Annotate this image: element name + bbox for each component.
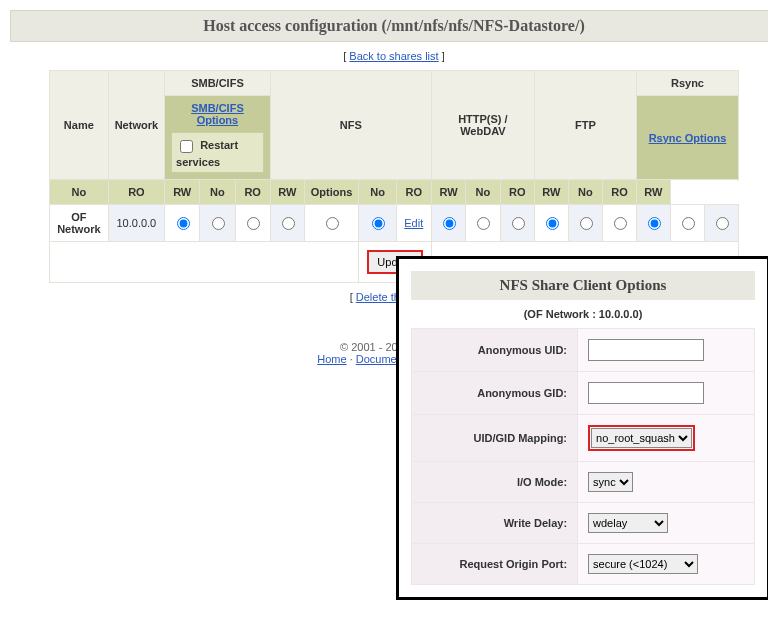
- http-ro: RO: [396, 180, 431, 205]
- radio-http-no[interactable]: [443, 217, 456, 230]
- smb-no: No: [50, 180, 109, 205]
- radio-smb-no[interactable]: [177, 217, 190, 230]
- smb-rw: RW: [165, 180, 200, 205]
- rsync-ro: RO: [602, 180, 636, 205]
- smb-options-cell: SMB/CIFS Options Restart services: [165, 96, 271, 180]
- nfs-options: Options: [304, 180, 359, 205]
- nfs-ro: RO: [235, 180, 270, 205]
- radio-http-ro[interactable]: [477, 217, 490, 230]
- row-network: 10.0.0.0: [108, 205, 164, 242]
- ftp-ro: RO: [500, 180, 534, 205]
- ftp-rw: RW: [534, 180, 568, 205]
- label-anon-gid: Anonymous GID:: [412, 372, 578, 376]
- rsync-no: No: [568, 180, 602, 205]
- access-table: Name Network SMB/CIFS NFS HTTP(S) / WebD…: [49, 70, 739, 283]
- smb-ro: RO: [108, 180, 164, 205]
- nfs-options-panel: NFS Share Client Options (OF Network : 1…: [396, 256, 768, 375]
- input-anon-uid[interactable]: [588, 339, 704, 361]
- label-anon-uid: Anonymous UID:: [412, 329, 578, 372]
- radio-smb-ro[interactable]: [212, 217, 225, 230]
- col-rsync: Rsync: [636, 71, 738, 96]
- back-link[interactable]: Back to shares list: [349, 50, 438, 62]
- smb-options-link[interactable]: SMB/CIFS Options: [191, 102, 244, 126]
- http-rw: RW: [431, 180, 465, 205]
- row-name: OF Network: [50, 205, 109, 242]
- back-link-row: [ Back to shares list ]: [10, 42, 768, 70]
- panel-title: NFS Share Client Options: [417, 277, 749, 294]
- radio-nfs-rw[interactable]: [372, 217, 385, 230]
- restart-checkbox[interactable]: [180, 140, 193, 153]
- col-name: Name: [50, 71, 109, 180]
- page-title-bar: Host access configuration (/mnt/nfs/nfs/…: [10, 10, 768, 42]
- rsync-options-cell: Rsync Options: [636, 96, 738, 180]
- radio-ftp-ro[interactable]: [580, 217, 593, 230]
- radio-http-rw[interactable]: [512, 217, 525, 230]
- nfs-rw: RW: [270, 180, 304, 205]
- rsync-options-link[interactable]: Rsync Options: [649, 132, 727, 144]
- radio-nfs-no[interactable]: [282, 217, 295, 230]
- radio-nfs-ro[interactable]: [326, 217, 339, 230]
- radio-ftp-rw[interactable]: [614, 217, 627, 230]
- radio-rsync-no[interactable]: [648, 217, 661, 230]
- radio-ftp-no[interactable]: [546, 217, 559, 230]
- nfs-edit-link[interactable]: Edit: [404, 217, 423, 229]
- page-title: Host access configuration (/mnt/nfs/nfs/…: [17, 17, 768, 35]
- radio-rsync-ro[interactable]: [682, 217, 695, 230]
- col-http: HTTP(S) / WebDAV: [431, 71, 534, 180]
- col-network: Network: [108, 71, 164, 180]
- col-smb: SMB/CIFS: [165, 71, 271, 96]
- rsync-rw: RW: [636, 180, 670, 205]
- ftp-no: No: [466, 180, 500, 205]
- http-no: No: [359, 180, 396, 205]
- panel-subtitle: (OF Network : 10.0.0.0): [411, 300, 755, 328]
- nfs-no: No: [200, 180, 235, 205]
- radio-smb-rw[interactable]: [247, 217, 260, 230]
- col-ftp: FTP: [534, 71, 636, 180]
- radio-rsync-rw[interactable]: [716, 217, 729, 230]
- col-nfs: NFS: [270, 71, 431, 180]
- home-link[interactable]: Home: [317, 353, 346, 365]
